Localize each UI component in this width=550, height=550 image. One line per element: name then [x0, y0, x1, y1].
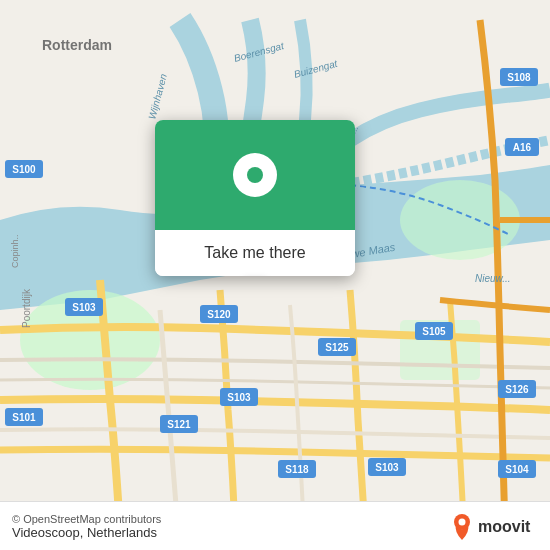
svg-text:A16: A16: [513, 142, 532, 153]
svg-text:S103: S103: [227, 392, 251, 403]
svg-text:S121: S121: [167, 419, 191, 430]
svg-text:S103: S103: [375, 462, 399, 473]
svg-text:S101: S101: [12, 412, 36, 423]
svg-text:S100: S100: [12, 164, 36, 175]
footer-left: © OpenStreetMap contributors Videoscoop,…: [12, 513, 161, 540]
svg-text:S108: S108: [507, 72, 531, 83]
svg-text:moovit: moovit: [478, 518, 531, 535]
footer-bar: © OpenStreetMap contributors Videoscoop,…: [0, 501, 550, 550]
popup-card: Take me there: [155, 120, 355, 276]
svg-point-43: [459, 519, 466, 526]
svg-text:S105: S105: [422, 326, 446, 337]
svg-text:Copinh..: Copinh..: [10, 234, 20, 268]
moovit-logo: moovit: [448, 510, 538, 542]
moovit-logo-container: moovit: [448, 510, 538, 542]
svg-text:S103: S103: [72, 302, 96, 313]
svg-text:S126: S126: [505, 384, 529, 395]
svg-text:Rotterdam: Rotterdam: [42, 37, 112, 53]
svg-text:Nieuw...: Nieuw...: [475, 273, 511, 284]
svg-text:S118: S118: [285, 464, 309, 475]
svg-text:Poortdijk: Poortdijk: [21, 288, 32, 328]
take-me-there-button[interactable]: Take me there: [155, 230, 355, 276]
map-container: S108 S100 A16 S103 S120 S125 S105 S101 S…: [0, 0, 550, 550]
popup-header: [155, 120, 355, 230]
popup-pin-center: [247, 167, 263, 183]
copyright-text: © OpenStreetMap contributors: [12, 513, 161, 525]
svg-text:S120: S120: [207, 309, 231, 320]
svg-text:S125: S125: [325, 342, 349, 353]
popup-pin-icon: [233, 153, 277, 197]
svg-text:S104: S104: [505, 464, 529, 475]
location-label: Videoscoop, Netherlands: [12, 525, 161, 540]
